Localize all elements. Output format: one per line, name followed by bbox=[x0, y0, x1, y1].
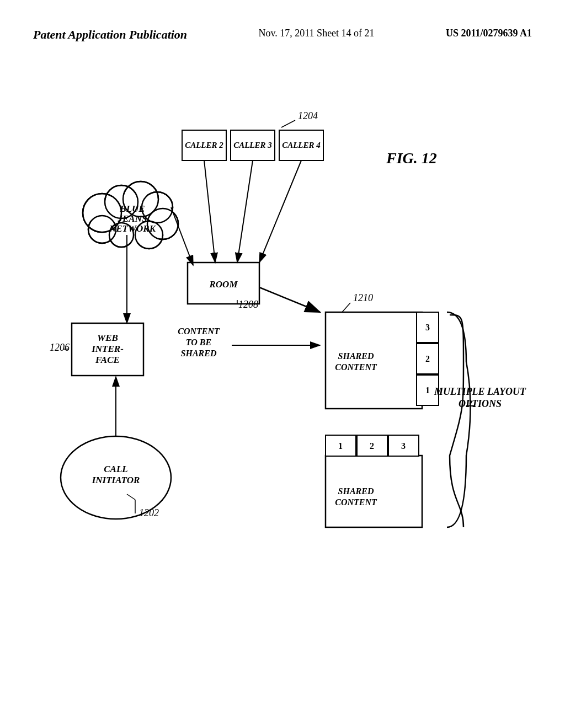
call-initiator-node: CALL INITIATOR 1202 bbox=[61, 436, 171, 519]
svg-text:TO BE: TO BE bbox=[186, 338, 211, 347]
publication-title: Patent Application Publication bbox=[33, 28, 187, 42]
web-interface-node: WEB INTER- FACE 1206 bbox=[50, 323, 143, 376]
svg-text:ROOM: ROOM bbox=[209, 279, 238, 290]
svg-line-56 bbox=[342, 303, 350, 312]
svg-line-43 bbox=[281, 120, 295, 127]
figure-label: FIG. 12 bbox=[386, 149, 437, 167]
svg-text:1204: 1204 bbox=[298, 110, 318, 121]
svg-text:NETWORK: NETWORK bbox=[109, 223, 157, 234]
svg-text:OPTIONS: OPTIONS bbox=[459, 398, 502, 409]
svg-text:SHARED: SHARED bbox=[338, 351, 374, 361]
svg-text:1206: 1206 bbox=[50, 342, 70, 353]
svg-text:SHARED: SHARED bbox=[181, 349, 217, 358]
svg-line-48 bbox=[171, 207, 193, 265]
room-node: ROOM 1208 bbox=[188, 263, 259, 310]
svg-text:1: 1 bbox=[425, 386, 430, 395]
svg-text:BLUE: BLUE bbox=[119, 204, 145, 214]
svg-text:CONTENT: CONTENT bbox=[178, 326, 220, 336]
svg-text:CALLER 2: CALLER 2 bbox=[185, 141, 223, 149]
svg-text:2: 2 bbox=[425, 354, 430, 363]
svg-text:1210: 1210 bbox=[353, 292, 373, 303]
svg-text:FACE: FACE bbox=[95, 355, 120, 365]
page: Patent Application Publication Nov. 17, … bbox=[0, 0, 565, 728]
caller3-node: CALLER 3 bbox=[231, 130, 275, 160]
figure-12-diagram: FIG. 12 bbox=[0, 53, 565, 693]
svg-text:CALLER 3: CALLER 3 bbox=[233, 141, 272, 149]
svg-text:3: 3 bbox=[425, 323, 430, 332]
svg-line-50 bbox=[259, 287, 320, 312]
svg-text:1208: 1208 bbox=[238, 299, 258, 310]
svg-line-46 bbox=[259, 160, 301, 263]
svg-text:CONTENT: CONTENT bbox=[335, 362, 377, 372]
caller2-node: CALLER 2 bbox=[182, 130, 226, 160]
svg-text:1: 1 bbox=[338, 441, 343, 451]
svg-line-45 bbox=[237, 160, 253, 263]
shared-content-lower: SHARED CONTENT 1 2 3 bbox=[326, 435, 422, 527]
patent-number: US 2011/0279639 A1 bbox=[446, 28, 532, 39]
svg-text:MULTIPLE LAYOUT: MULTIPLE LAYOUT bbox=[434, 386, 526, 397]
sheet-info: Nov. 17, 2011 Sheet 14 of 21 bbox=[258, 28, 374, 39]
svg-text:JEANS: JEANS bbox=[118, 213, 147, 224]
page-header: Patent Application Publication Nov. 17, … bbox=[0, 0, 565, 53]
svg-text:1202: 1202 bbox=[139, 507, 159, 518]
caller4-node: CALLER 4 bbox=[279, 130, 323, 160]
svg-text:CALL: CALL bbox=[104, 464, 127, 474]
svg-text:CONTENT: CONTENT bbox=[335, 497, 377, 507]
diagram-area: FIG. 12 bbox=[0, 53, 565, 693]
svg-text:SHARED: SHARED bbox=[338, 486, 374, 496]
svg-text:2: 2 bbox=[370, 441, 374, 451]
shared-content-upper: SHARED CONTENT 3 2 1 bbox=[326, 312, 439, 409]
svg-text:CALLER 4: CALLER 4 bbox=[282, 141, 321, 149]
svg-text:3: 3 bbox=[401, 441, 406, 451]
svg-text:WEB: WEB bbox=[97, 333, 118, 343]
svg-text:INITIATOR: INITIATOR bbox=[92, 475, 140, 485]
svg-text:INTER-: INTER- bbox=[91, 344, 124, 354]
svg-line-44 bbox=[204, 160, 215, 263]
cloud-node: BLUE JEANS NETWORK bbox=[83, 181, 178, 249]
